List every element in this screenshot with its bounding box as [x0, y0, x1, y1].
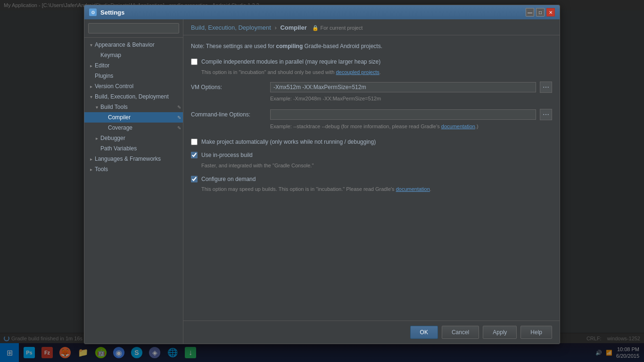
right-panel: Build, Execution, Deployment › Compiler …: [183, 19, 560, 344]
on-demand-hint: This option may speed up builds. This op…: [201, 186, 552, 193]
modal-overlay: ⚙ Settings — □ ✕: [0, 0, 644, 362]
tree-area: Appearance & Behavior Keymap Editor: [84, 38, 183, 344]
settings-dialog: ⚙ Settings — □ ✕: [84, 5, 560, 344]
dialog-title: Settings: [100, 9, 124, 16]
expand-icon: [88, 156, 94, 162]
search-input[interactable]: [88, 23, 179, 33]
left-panel: Appearance & Behavior Keymap Editor: [84, 19, 183, 344]
dialog-titlebar: ⚙ Settings — □ ✕: [84, 5, 560, 19]
minimize-button[interactable]: —: [526, 8, 534, 16]
compile-parallel-label: Compile independent modules in parallel …: [201, 58, 380, 66]
breadcrumb-note: 🔒 For current project: [312, 25, 363, 31]
vm-options-label: VM Options:: [191, 84, 266, 90]
on-demand-row: Configure on demand: [191, 175, 552, 183]
compile-parallel-checkbox[interactable]: [191, 58, 198, 65]
maximize-button[interactable]: □: [536, 8, 545, 16]
sidebar-item-plugins[interactable]: Plugins: [84, 71, 183, 81]
on-demand-checkbox[interactable]: [191, 176, 198, 182]
help-button[interactable]: Help: [520, 326, 552, 339]
expand-icon: [88, 63, 94, 68]
documentation-link-1[interactable]: documentation: [441, 123, 475, 129]
cmd-options-input[interactable]: [270, 109, 536, 120]
cmd-options-example: Example: --stacktrace --debug (for more …: [270, 123, 552, 130]
documentation-link-2[interactable]: documentation: [396, 186, 430, 192]
expand-icon: [94, 135, 99, 141]
content-header: Build, Execution, Deployment › Compiler …: [183, 19, 560, 35]
cmd-options-browse-button[interactable]: ⋯: [540, 109, 552, 120]
note-paragraph: Note: These settings are used for compil…: [191, 42, 552, 50]
in-process-label: Use in-process build: [201, 151, 253, 159]
in-process-hint: Faster, and integrated with the "Gradle …: [201, 162, 552, 169]
dialog-footer: OK Cancel Apply Help: [183, 321, 560, 344]
sidebar-item-coverage[interactable]: Coverage ✎: [84, 123, 183, 133]
expand-icon: [94, 104, 99, 110]
breadcrumb-separator: ›: [274, 24, 276, 31]
vm-options-input[interactable]: [270, 82, 536, 92]
expand-icon: [88, 42, 94, 48]
content-body: Note: These settings are used for compil…: [183, 35, 560, 321]
sidebar-item-keymap[interactable]: Keymap: [84, 50, 183, 60]
in-process-checkbox[interactable]: [191, 152, 198, 158]
sidebar-item-build-tools[interactable]: Build Tools ✎: [84, 102, 183, 112]
on-demand-label: Configure on demand: [201, 175, 256, 183]
close-button[interactable]: ✕: [546, 8, 555, 16]
search-box: [84, 19, 183, 38]
sidebar-item-appearance[interactable]: Appearance & Behavior: [84, 40, 183, 50]
auto-make-row: Make project automatically (only works w…: [191, 138, 552, 146]
cmd-options-label: Command-line Options:: [191, 111, 266, 118]
sidebar-item-debugger[interactable]: Debugger: [84, 133, 183, 143]
apply-button[interactable]: Apply: [483, 326, 517, 339]
breadcrumb-parent: Build, Execution, Deployment: [191, 24, 271, 31]
vm-options-browse-button[interactable]: ⋯: [540, 82, 552, 93]
sidebar-item-version-control[interactable]: Version Control: [84, 81, 183, 91]
expand-icon: [88, 166, 94, 172]
sidebar-item-languages[interactable]: Languages & Frameworks: [84, 154, 183, 164]
vm-options-row: VM Options: ⋯: [191, 82, 552, 93]
cmd-options-row: Command-line Options: ⋯: [191, 109, 552, 120]
sidebar-item-compiler[interactable]: Compiler ✎: [84, 112, 183, 123]
in-process-row: Use in-process build: [191, 151, 552, 159]
sidebar-item-tools[interactable]: Tools: [84, 164, 183, 174]
breadcrumb: Build, Execution, Deployment › Compiler …: [191, 24, 363, 31]
dialog-body: Appearance & Behavior Keymap Editor: [84, 19, 560, 344]
auto-make-label: Make project automatically (only works w…: [201, 138, 376, 146]
decoupled-link[interactable]: decoupled projects: [336, 69, 379, 75]
dialog-title-controls: — □ ✕: [526, 8, 555, 16]
compile-parallel-hint: This option is in "incubation" and shoul…: [201, 69, 552, 76]
sidebar-item-build-exec[interactable]: Build, Execution, Deployment: [84, 91, 183, 102]
sidebar-item-path-variables[interactable]: Path Variables: [84, 143, 183, 154]
dialog-title-left: ⚙ Settings: [89, 8, 124, 16]
dialog-icon: ⚙: [89, 8, 97, 16]
sidebar-item-editor[interactable]: Editor: [84, 60, 183, 71]
auto-make-checkbox[interactable]: [191, 139, 198, 145]
breadcrumb-current: Compiler: [280, 24, 306, 31]
compile-parallel-row: Compile independent modules in parallel …: [191, 58, 552, 66]
ok-button[interactable]: OK: [410, 326, 438, 339]
cancel-button[interactable]: Cancel: [442, 326, 479, 339]
vm-options-example: Example: -Xmx2048m -XX:MaxPermSize=512m: [270, 96, 552, 101]
expand-icon: [88, 83, 94, 89]
expand-icon: [88, 94, 94, 99]
